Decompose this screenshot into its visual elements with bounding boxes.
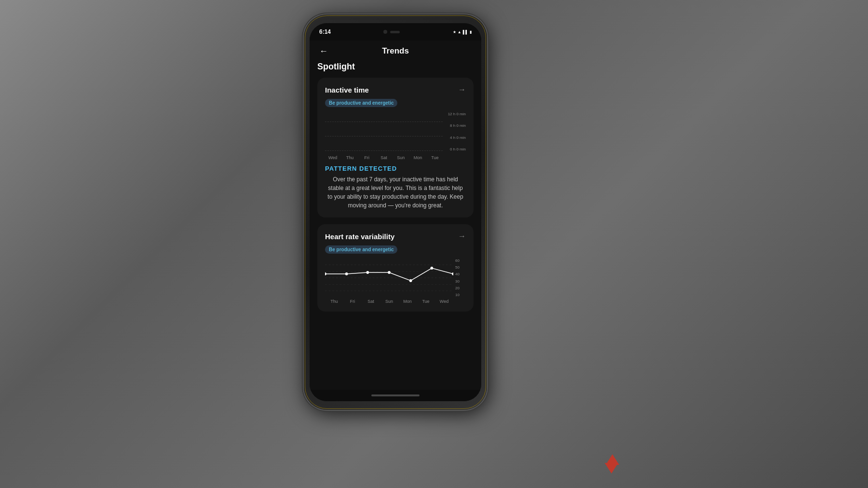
hrv-title: Heart rate variability (325, 232, 394, 241)
inactive-time-title: Inactive time (325, 86, 369, 94)
hrv-arrow[interactable]: → (458, 232, 466, 241)
y-label-10: 10 (455, 293, 466, 297)
hrv-card-header: Heart rate variability → (325, 232, 466, 241)
home-indicator (310, 390, 481, 401)
x-label-fri: Fri (359, 155, 375, 160)
watermark (603, 454, 622, 474)
card-header: Inactive time → (325, 85, 466, 94)
x-label-tue: Tue (427, 155, 443, 160)
bar-chart: Wed Thu Fri Sat Sun Mon Tue (325, 112, 466, 160)
svg-point-9 (409, 279, 412, 282)
bar-chart-area: Wed Thu Fri Sat Sun Mon Tue (325, 112, 443, 160)
scroll-content[interactable]: Spotlight Inactive time → Be productive … (310, 62, 481, 390)
hrv-tag: Be productive and energetic (325, 245, 397, 254)
x-label-sun: Sun (393, 155, 408, 160)
app-content: ← Trends Spotlight Inactive time → Be pr… (310, 41, 481, 401)
mic-bar (390, 31, 400, 33)
status-time: 6:14 (319, 28, 331, 35)
x-label-mon: Mon (410, 155, 425, 160)
y-label-50: 50 (455, 265, 466, 270)
x-label-hrv-thu: Thu (325, 299, 343, 304)
hrv-chart-area: Thu Fri Sat Sun Mon Tue Wed (325, 258, 453, 304)
x-label-thu: Thu (342, 155, 357, 160)
camera-notch (377, 27, 406, 37)
inactive-time-tag: Be productive and energetic (325, 99, 397, 107)
signal-icon: ▌▌ (463, 30, 468, 34)
phone-screen: 6:14 ★ ▲ ▌▌ ▮ ← Trends (310, 23, 481, 401)
y-label-0h: 0 h 0 min (445, 147, 466, 151)
status-bar: 6:14 ★ ▲ ▌▌ ▮ (310, 23, 481, 41)
y-label-12h: 12 h 0 min (445, 112, 466, 116)
watermark-logo (603, 454, 622, 474)
y-label-60: 60 (455, 258, 466, 263)
x-label-hrv-tue: Tue (417, 299, 435, 304)
spotlight-label: Spotlight (317, 62, 474, 72)
pattern-title: PATTERN DETECTED (325, 165, 466, 172)
wifi-icon: ▲ (458, 30, 461, 34)
hrv-chart-container: Thu Fri Sat Sun Mon Tue Wed (325, 258, 466, 304)
svg-point-8 (388, 271, 391, 274)
battery-icon: ▮ (470, 30, 472, 34)
svg-point-7 (366, 271, 369, 274)
y-axis: 12 h 0 min 8 h 0 min 4 h 0 min 0 h 0 min (445, 112, 466, 160)
x-label-hrv-sun: Sun (380, 299, 398, 304)
bluetooth-icon: ★ (453, 30, 456, 34)
scene: 6:14 ★ ▲ ▌▌ ▮ ← Trends (217, 0, 651, 488)
x-label-sat: Sat (376, 155, 392, 160)
x-label-wed: Wed (325, 155, 340, 160)
phone-frame: 6:14 ★ ▲ ▌▌ ▮ ← Trends (304, 14, 487, 410)
y-label-20: 20 (455, 286, 466, 290)
svg-point-5 (325, 272, 326, 275)
inactive-time-card: Inactive time → Be productive and energe… (317, 78, 474, 217)
hrv-x-labels: Thu Fri Sat Sun Mon Tue Wed (325, 299, 453, 304)
x-label-hrv-fri: Fri (343, 299, 362, 304)
y-label-8h: 8 h 0 min (445, 123, 466, 128)
svg-point-11 (452, 272, 453, 275)
page-title: Trends (382, 46, 409, 56)
camera-dot (383, 30, 387, 34)
x-label-hrv-mon: Mon (398, 299, 417, 304)
back-button[interactable]: ← (319, 46, 328, 56)
y-label-4h: 4 h 0 min (445, 136, 466, 140)
y-label-40: 40 (455, 272, 466, 276)
svg-point-6 (345, 272, 348, 275)
top-nav: ← Trends (310, 41, 481, 62)
pattern-text: Over the past 7 days, your inactive time… (325, 175, 466, 210)
triangle-down-icon (605, 463, 618, 474)
hrv-line-chart (325, 258, 453, 297)
x-label-hrv-sat: Sat (362, 299, 380, 304)
x-axis-labels: Wed Thu Fri Sat Sun Mon Tue (325, 153, 443, 160)
status-icons: ★ ▲ ▌▌ ▮ (453, 30, 472, 34)
x-label-hrv-wed: Wed (435, 299, 453, 304)
y-label-30: 30 (455, 279, 466, 284)
inactive-time-arrow[interactable]: → (458, 85, 466, 94)
home-bar (371, 394, 420, 396)
bars-container: Wed Thu Fri Sat Sun Mon Tue (325, 112, 443, 160)
hrv-card: Heart rate variability → Be productive a… (317, 224, 474, 312)
hrv-y-axis: 60 50 40 30 20 10 (455, 258, 466, 297)
svg-point-10 (431, 267, 434, 270)
